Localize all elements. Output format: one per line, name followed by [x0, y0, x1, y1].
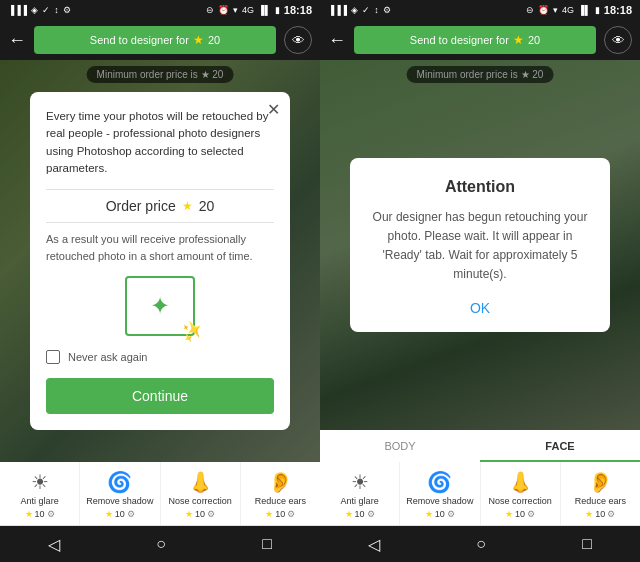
time-display-left: 18:18 — [284, 4, 312, 16]
reduce-ears-star-right: ★ — [585, 509, 593, 519]
photo-area-right: Minimum order price is ★ 20 Attention Ou… — [320, 60, 640, 430]
back-button-right[interactable]: ← — [328, 30, 346, 51]
reduce-ears-label-left: Reduce ears — [255, 496, 306, 507]
send-star-left: ★ — [193, 33, 204, 47]
nose-correction-price-row-right: ★ 10 ⚙ — [505, 509, 535, 519]
tab-body[interactable]: BODY — [320, 430, 480, 462]
nav-bar-right: ◁ ○ □ — [320, 526, 640, 562]
never-ask-checkbox[interactable] — [46, 350, 60, 364]
status-bar-right: ▐▐▐ ◈ ✓ ↕ ⚙ ⊖ ⏰ ▾ 4G ▐▌ ▮ 18:18 — [320, 0, 640, 20]
reduce-ears-settings-right[interactable]: ⚙ — [607, 509, 615, 519]
signal-bars: ▐▌ — [258, 5, 271, 15]
battery-icon-right: ▮ — [595, 5, 600, 15]
nose-correction-settings-left[interactable]: ⚙ — [207, 509, 215, 519]
preview-button-left[interactable]: 👁 — [284, 26, 312, 54]
arrow-icon-right: ↕ — [374, 5, 379, 15]
silence-icon: ⊖ — [206, 5, 214, 15]
tool-anti-glare-left[interactable]: ☀ Anti glare ★ 10 ⚙ — [0, 462, 80, 525]
back-button-left[interactable]: ← — [8, 30, 26, 51]
tool-nose-correction-right[interactable]: 👃 Nose correction ★ 10 ⚙ — [481, 462, 561, 525]
remove-shadow-label-left: Remove shadow — [86, 496, 153, 507]
top-bar-left: ← Send to designer for ★ 20 👁 — [0, 20, 320, 60]
nose-correction-settings-right[interactable]: ⚙ — [527, 509, 535, 519]
tool-reduce-ears-left[interactable]: 👂 Reduce ears ★ 10 ⚙ — [241, 462, 320, 525]
tool-remove-shadow-left[interactable]: 🌀 Remove shadow ★ 10 ⚙ — [80, 462, 160, 525]
eye-icon-right: 👁 — [612, 33, 625, 48]
send-designer-button-left[interactable]: Send to designer for ★ 20 — [34, 26, 276, 54]
nav-home-left[interactable]: ○ — [156, 535, 166, 553]
modal-close-button[interactable]: ✕ — [267, 100, 280, 119]
anti-glare-settings-right[interactable]: ⚙ — [367, 509, 375, 519]
arrow-icon: ↕ — [54, 5, 59, 15]
nav-back-left[interactable]: ◁ — [48, 535, 60, 554]
modal-illustration: ✦ ✨ — [46, 276, 274, 336]
left-phone-panel: ▐▐▐ ◈ ✓ ↕ ⚙ ⊖ ⏰ ▾ 4G ▐▌ ▮ 18:18 ← Send t… — [0, 0, 320, 562]
tool-anti-glare-right[interactable]: ☀ Anti glare ★ 10 ⚙ — [320, 462, 400, 525]
tab-body-label: BODY — [384, 440, 415, 452]
silence-icon-right: ⊖ — [526, 5, 534, 15]
send-label-left: Send to designer for — [90, 34, 189, 46]
anti-glare-price-row-right: ★ 10 ⚙ — [345, 509, 375, 519]
alarm-icon-right: ⏰ — [538, 5, 549, 15]
illus-star-icon: ✦ — [150, 292, 170, 320]
status-icons-left: ▐▐▐ ◈ ✓ ↕ ⚙ — [8, 5, 71, 15]
remove-shadow-price-row-right: ★ 10 ⚙ — [425, 509, 455, 519]
reduce-ears-label-right: Reduce ears — [575, 496, 626, 507]
anti-glare-settings-left[interactable]: ⚙ — [47, 509, 55, 519]
tool-remove-shadow-right[interactable]: 🌀 Remove shadow ★ 10 ⚙ — [400, 462, 480, 525]
reduce-ears-price-left: 10 — [275, 509, 285, 519]
send-stars-right: 20 — [528, 34, 540, 46]
nose-correction-price-right: 10 — [515, 509, 525, 519]
modal-price-label: Order price — [106, 198, 176, 214]
nose-correction-label-left: Nose correction — [169, 496, 232, 507]
anti-glare-label-left: Anti glare — [21, 496, 59, 507]
remove-shadow-settings-left[interactable]: ⚙ — [127, 509, 135, 519]
nav-back-right[interactable]: ◁ — [368, 535, 380, 554]
remove-shadow-star-right: ★ — [425, 509, 433, 519]
modal-overlay-left: ✕ Every time your photos will be retouch… — [0, 60, 320, 462]
reduce-ears-price-row-right: ★ 10 ⚙ — [585, 509, 615, 519]
reduce-ears-icon-right: 👂 — [588, 470, 613, 494]
never-ask-row[interactable]: Never ask again — [46, 350, 274, 364]
remove-shadow-icon-right: 🌀 — [427, 470, 452, 494]
preview-button-right[interactable]: 👁 — [604, 26, 632, 54]
network-label-right: 4G — [562, 5, 574, 15]
attention-title: Attention — [368, 178, 592, 196]
bottom-tools-right: ☀ Anti glare ★ 10 ⚙ 🌀 Remove shadow ★ 10… — [320, 462, 640, 526]
tabs-bar-right: BODY FACE — [320, 430, 640, 462]
nav-home-right[interactable]: ○ — [476, 535, 486, 553]
modal-price-value: 20 — [199, 198, 215, 214]
send-designer-button-right[interactable]: Send to designer for ★ 20 — [354, 26, 596, 54]
remove-shadow-label-right: Remove shadow — [406, 496, 473, 507]
tool-nose-correction-left[interactable]: 👃 Nose correction ★ 10 ⚙ — [161, 462, 241, 525]
continue-button[interactable]: Continue — [46, 378, 274, 414]
tick-icon-right: ✓ — [362, 5, 370, 15]
wifi-status-icon-right: ▾ — [553, 5, 558, 15]
nav-recents-left[interactable]: □ — [262, 535, 272, 553]
illus-wand-icon: ✨ — [177, 316, 207, 346]
status-bar-left: ▐▐▐ ◈ ✓ ↕ ⚙ ⊖ ⏰ ▾ 4G ▐▌ ▮ 18:18 — [0, 0, 320, 20]
never-ask-label: Never ask again — [68, 351, 148, 363]
order-modal: ✕ Every time your photos will be retouch… — [30, 92, 290, 430]
tool-reduce-ears-right[interactable]: 👂 Reduce ears ★ 10 ⚙ — [561, 462, 640, 525]
status-right-right: ⊖ ⏰ ▾ 4G ▐▌ ▮ 18:18 — [526, 4, 632, 16]
remove-shadow-price-right: 10 — [435, 509, 445, 519]
remove-shadow-settings-right[interactable]: ⚙ — [447, 509, 455, 519]
nose-correction-icon-right: 👃 — [508, 470, 533, 494]
signal-icon-right: ▐▐▐ — [328, 5, 347, 15]
wifi-status-icon: ▾ — [233, 5, 238, 15]
reduce-ears-settings-left[interactable]: ⚙ — [287, 509, 295, 519]
anti-glare-star-left: ★ — [25, 509, 33, 519]
top-bar-right: ← Send to designer for ★ 20 👁 — [320, 20, 640, 60]
remove-shadow-price-row-left: ★ 10 ⚙ — [105, 509, 135, 519]
wifi-icon-right: ◈ — [351, 5, 358, 15]
status-right-left: ⊖ ⏰ ▾ 4G ▐▌ ▮ 18:18 — [206, 4, 312, 16]
tab-face[interactable]: FACE — [480, 430, 640, 462]
nav-recents-right[interactable]: □ — [582, 535, 592, 553]
attention-description: Our designer has begun retouching your p… — [368, 208, 592, 285]
alarm-icon: ⏰ — [218, 5, 229, 15]
remove-shadow-icon-left: 🌀 — [107, 470, 132, 494]
anti-glare-price-row-left: ★ 10 ⚙ — [25, 509, 55, 519]
anti-glare-label-right: Anti glare — [341, 496, 379, 507]
attention-ok-button[interactable]: OK — [368, 300, 592, 316]
